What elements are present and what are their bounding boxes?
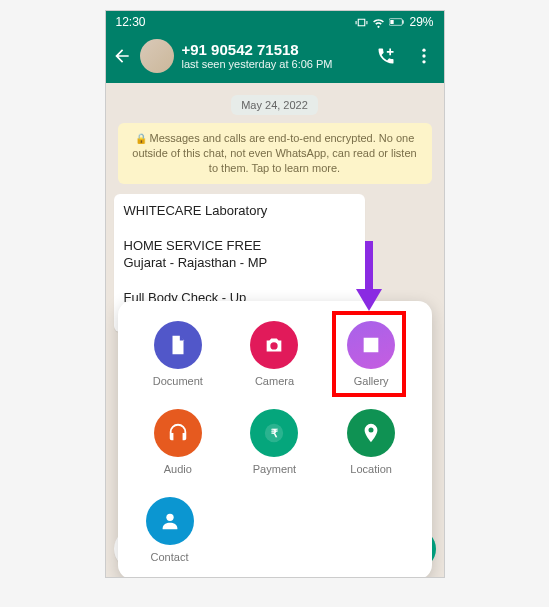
attach-contact-label: Contact [151,551,189,563]
location-pin-icon [360,422,382,444]
attach-location-label: Location [350,463,392,475]
attach-camera[interactable]: Camera [250,321,298,387]
svg-text:₹: ₹ [271,427,278,439]
battery-icon [389,17,405,27]
date-chip: May 24, 2022 [231,95,318,115]
attachment-panel: Document Camera Gallery Audio ₹ Payment [118,301,432,578]
svg-point-3 [422,49,425,52]
svg-point-4 [422,54,425,57]
vibrate-icon [355,16,368,29]
attach-gallery-label: Gallery [354,375,389,387]
svg-rect-1 [403,20,404,23]
chat-header: +91 90542 71518 last seen yesterday at 6… [106,33,444,83]
status-bar: 12:30 29% [106,11,444,33]
phone-frame: 12:30 29% +91 90542 71518 last seen yest… [105,10,445,578]
chat-area: May 24, 2022 Messages and calls are end-… [106,83,444,523]
attach-document[interactable]: Document [153,321,203,387]
svg-point-5 [422,60,425,63]
attach-camera-label: Camera [255,375,294,387]
attach-payment-label: Payment [253,463,296,475]
attach-contact[interactable]: Contact [146,497,194,563]
encryption-notice[interactable]: Messages and calls are end-to-end encryp… [118,123,432,184]
attach-payment[interactable]: ₹ Payment [250,409,298,475]
gallery-icon [360,334,382,356]
attach-location[interactable]: Location [347,409,395,475]
status-battery: 29% [409,15,433,29]
svg-point-8 [166,514,173,521]
person-icon [159,510,181,532]
contact-name: +91 90542 71518 [182,41,368,58]
attach-audio-label: Audio [164,463,192,475]
svg-rect-2 [391,20,394,24]
add-call-icon[interactable] [376,46,396,66]
header-text[interactable]: +91 90542 71518 last seen yesterday at 6… [182,41,368,71]
status-right: 29% [355,15,433,29]
more-menu-icon[interactable] [414,46,434,66]
headphones-icon [167,422,189,444]
last-seen: last seen yesterday at 6:06 PM [182,58,368,71]
status-time: 12:30 [116,15,146,29]
rupee-icon: ₹ [263,422,285,444]
attach-document-label: Document [153,375,203,387]
avatar[interactable] [140,39,174,73]
camera-icon [263,334,285,356]
attach-gallery[interactable]: Gallery [347,321,395,387]
back-arrow-icon[interactable] [112,46,132,66]
attach-audio[interactable]: Audio [154,409,202,475]
document-icon [167,334,189,356]
wifi-icon [372,16,385,29]
